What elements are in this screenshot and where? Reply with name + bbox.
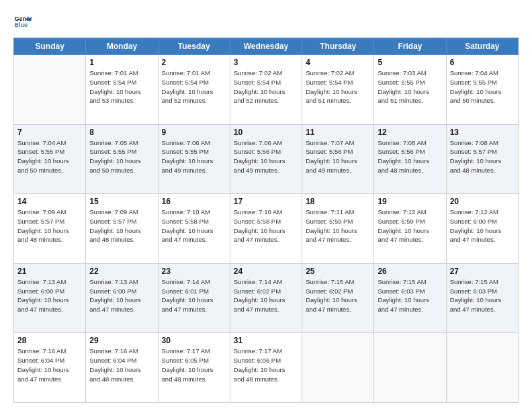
day-info: Sunrise: 7:02 AMSunset: 5:54 PMDaylight:… xyxy=(306,68,370,105)
day-number: 10 xyxy=(234,128,298,137)
empty-cell xyxy=(446,333,518,403)
day-number: 1 xyxy=(89,58,154,67)
day-info: Sunrise: 7:13 AMSunset: 6:00 PMDaylight:… xyxy=(89,277,154,314)
day-cell-27: 27Sunrise: 7:15 AMSunset: 6:03 PMDayligh… xyxy=(446,263,518,333)
day-info: Sunrise: 7:14 AMSunset: 6:01 PMDaylight:… xyxy=(162,277,226,314)
day-cell-25: 25Sunrise: 7:15 AMSunset: 6:02 PMDayligh… xyxy=(302,263,374,333)
day-number: 2 xyxy=(162,58,226,67)
day-info: Sunrise: 7:08 AMSunset: 5:56 PMDaylight:… xyxy=(378,138,442,175)
day-number: 6 xyxy=(450,58,515,67)
day-cell-8: 8Sunrise: 7:05 AMSunset: 5:55 PMDaylight… xyxy=(86,124,158,194)
day-number: 20 xyxy=(450,197,515,206)
day-cell-1: 1Sunrise: 7:01 AMSunset: 5:54 PMDaylight… xyxy=(86,55,158,125)
day-number: 21 xyxy=(17,267,82,276)
day-info: Sunrise: 7:10 AMSunset: 5:58 PMDaylight:… xyxy=(234,208,298,244)
day-number: 17 xyxy=(234,197,298,206)
day-info: Sunrise: 7:04 AMSunset: 5:55 PMDaylight:… xyxy=(450,68,515,105)
day-info: Sunrise: 7:17 AMSunset: 6:05 PMDaylight:… xyxy=(162,347,226,383)
weekday-header-saturday: Saturday xyxy=(446,38,518,55)
day-number: 25 xyxy=(306,267,370,276)
logo-icon: General Blue xyxy=(13,12,32,31)
day-number: 16 xyxy=(162,197,226,206)
day-cell-2: 2Sunrise: 7:01 AMSunset: 5:54 PMDaylight… xyxy=(158,55,230,125)
day-number: 19 xyxy=(378,197,442,206)
day-info: Sunrise: 7:07 AMSunset: 5:56 PMDaylight:… xyxy=(306,138,370,175)
calendar-table: SundayMondayTuesdayWednesdayThursdayFrid… xyxy=(13,38,519,403)
day-info: Sunrise: 7:15 AMSunset: 6:03 PMDaylight:… xyxy=(378,277,442,314)
day-info: Sunrise: 7:12 AMSunset: 6:00 PMDaylight:… xyxy=(450,208,515,244)
day-info: Sunrise: 7:13 AMSunset: 6:00 PMDaylight:… xyxy=(17,277,82,314)
day-number: 29 xyxy=(89,336,154,345)
day-info: Sunrise: 7:03 AMSunset: 5:55 PMDaylight:… xyxy=(378,68,442,105)
day-number: 18 xyxy=(306,197,370,206)
day-cell-6: 6Sunrise: 7:04 AMSunset: 5:55 PMDaylight… xyxy=(446,55,518,125)
weekday-header-wednesday: Wednesday xyxy=(230,38,302,55)
day-cell-15: 15Sunrise: 7:09 AMSunset: 5:57 PMDayligh… xyxy=(86,194,158,264)
day-cell-20: 20Sunrise: 7:12 AMSunset: 6:00 PMDayligh… xyxy=(446,194,518,264)
weekday-header-tuesday: Tuesday xyxy=(158,38,230,55)
day-info: Sunrise: 7:10 AMSunset: 5:58 PMDaylight:… xyxy=(162,208,226,244)
day-info: Sunrise: 7:02 AMSunset: 5:54 PMDaylight:… xyxy=(234,68,298,105)
week-row-1: 1Sunrise: 7:01 AMSunset: 5:54 PMDaylight… xyxy=(14,55,519,125)
day-cell-3: 3Sunrise: 7:02 AMSunset: 5:54 PMDaylight… xyxy=(230,55,302,125)
day-number: 4 xyxy=(306,58,370,67)
day-cell-31: 31Sunrise: 7:17 AMSunset: 6:06 PMDayligh… xyxy=(230,333,302,403)
day-number: 8 xyxy=(89,128,154,137)
day-number: 26 xyxy=(378,267,442,276)
day-number: 11 xyxy=(306,128,370,137)
day-number: 3 xyxy=(234,58,298,67)
day-cell-21: 21Sunrise: 7:13 AMSunset: 6:00 PMDayligh… xyxy=(14,263,86,333)
svg-text:Blue: Blue xyxy=(14,21,28,28)
day-number: 30 xyxy=(162,336,226,345)
day-cell-4: 4Sunrise: 7:02 AMSunset: 5:54 PMDaylight… xyxy=(302,55,374,125)
day-number: 23 xyxy=(162,267,226,276)
day-cell-29: 29Sunrise: 7:16 AMSunset: 6:04 PMDayligh… xyxy=(86,333,158,403)
day-cell-10: 10Sunrise: 7:06 AMSunset: 5:56 PMDayligh… xyxy=(230,124,302,194)
day-cell-19: 19Sunrise: 7:12 AMSunset: 5:59 PMDayligh… xyxy=(374,194,446,264)
empty-cell xyxy=(374,333,446,403)
day-number: 27 xyxy=(450,267,515,276)
weekday-header-friday: Friday xyxy=(374,38,446,55)
week-row-2: 7Sunrise: 7:04 AMSunset: 5:55 PMDaylight… xyxy=(14,124,519,194)
day-number: 7 xyxy=(17,128,82,137)
day-info: Sunrise: 7:05 AMSunset: 5:55 PMDaylight:… xyxy=(89,138,154,175)
day-info: Sunrise: 7:15 AMSunset: 6:03 PMDaylight:… xyxy=(450,277,515,314)
day-number: 24 xyxy=(234,267,298,276)
empty-cell xyxy=(14,55,86,125)
weekday-header-thursday: Thursday xyxy=(302,38,374,55)
weekday-header-sunday: Sunday xyxy=(14,38,86,55)
header: General Blue xyxy=(13,12,519,31)
day-info: Sunrise: 7:09 AMSunset: 5:57 PMDaylight:… xyxy=(89,208,154,244)
week-row-3: 14Sunrise: 7:09 AMSunset: 5:57 PMDayligh… xyxy=(14,194,519,264)
day-info: Sunrise: 7:08 AMSunset: 5:57 PMDaylight:… xyxy=(450,138,515,175)
day-cell-11: 11Sunrise: 7:07 AMSunset: 5:56 PMDayligh… xyxy=(302,124,374,194)
day-cell-22: 22Sunrise: 7:13 AMSunset: 6:00 PMDayligh… xyxy=(86,263,158,333)
day-cell-5: 5Sunrise: 7:03 AMSunset: 5:55 PMDaylight… xyxy=(374,55,446,125)
day-number: 14 xyxy=(17,197,82,206)
day-info: Sunrise: 7:15 AMSunset: 6:02 PMDaylight:… xyxy=(306,277,370,314)
day-info: Sunrise: 7:12 AMSunset: 5:59 PMDaylight:… xyxy=(378,208,442,244)
day-number: 15 xyxy=(89,197,154,206)
day-info: Sunrise: 7:09 AMSunset: 5:57 PMDaylight:… xyxy=(17,208,82,244)
day-info: Sunrise: 7:06 AMSunset: 5:55 PMDaylight:… xyxy=(162,138,226,175)
empty-cell xyxy=(302,333,374,403)
day-info: Sunrise: 7:06 AMSunset: 5:56 PMDaylight:… xyxy=(234,138,298,175)
day-cell-12: 12Sunrise: 7:08 AMSunset: 5:56 PMDayligh… xyxy=(374,124,446,194)
day-info: Sunrise: 7:16 AMSunset: 6:04 PMDaylight:… xyxy=(17,347,82,383)
day-number: 31 xyxy=(234,336,298,345)
day-cell-16: 16Sunrise: 7:10 AMSunset: 5:58 PMDayligh… xyxy=(158,194,230,264)
day-number: 13 xyxy=(450,128,515,137)
day-cell-7: 7Sunrise: 7:04 AMSunset: 5:55 PMDaylight… xyxy=(14,124,86,194)
logo: General Blue xyxy=(13,12,32,31)
day-info: Sunrise: 7:04 AMSunset: 5:55 PMDaylight:… xyxy=(17,138,82,175)
day-number: 5 xyxy=(378,58,442,67)
day-info: Sunrise: 7:01 AMSunset: 5:54 PMDaylight:… xyxy=(162,68,226,105)
day-cell-24: 24Sunrise: 7:14 AMSunset: 6:02 PMDayligh… xyxy=(230,263,302,333)
day-info: Sunrise: 7:14 AMSunset: 6:02 PMDaylight:… xyxy=(234,277,298,314)
day-number: 28 xyxy=(17,336,82,345)
day-cell-18: 18Sunrise: 7:11 AMSunset: 5:59 PMDayligh… xyxy=(302,194,374,264)
day-info: Sunrise: 7:17 AMSunset: 6:06 PMDaylight:… xyxy=(234,347,298,383)
day-cell-26: 26Sunrise: 7:15 AMSunset: 6:03 PMDayligh… xyxy=(374,263,446,333)
weekday-header-monday: Monday xyxy=(86,38,158,55)
day-info: Sunrise: 7:01 AMSunset: 5:54 PMDaylight:… xyxy=(89,68,154,105)
